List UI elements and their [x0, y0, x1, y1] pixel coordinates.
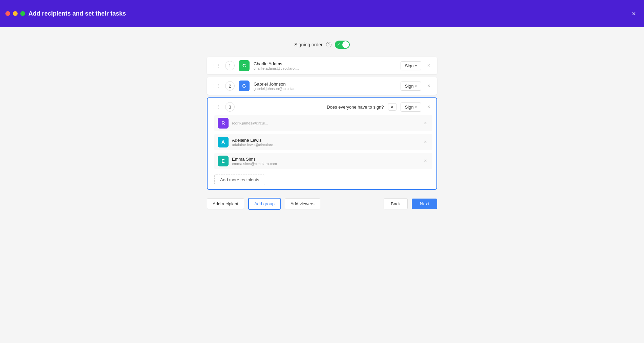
titlebar: Add recipients and set their tasks ×: [0, 0, 644, 27]
toggle-track[interactable]: ✓: [335, 41, 350, 49]
group-member-email-a: adalaine.lewis@circularo...: [232, 143, 418, 147]
group-member-row-r: R rodrik.james@circul... ×: [214, 115, 432, 131]
group-member-info-a: Adelaine Lewis adalaine.lewis@circularo.…: [232, 138, 418, 147]
recipient-info-1: Charlie Adams charlie.adams@circularo...…: [254, 61, 396, 70]
back-button[interactable]: Back: [384, 198, 408, 209]
add-viewers-button[interactable]: Add viewers: [285, 198, 320, 209]
dot-maximize[interactable]: [20, 11, 25, 16]
recipients-container: ⋮⋮ 1 C Charlie Adams charlie.adams@circu…: [207, 57, 437, 190]
help-icon[interactable]: ?: [326, 42, 331, 47]
remove-btn-1[interactable]: ×: [425, 62, 432, 69]
close-button[interactable]: ×: [632, 10, 636, 18]
dot-close[interactable]: [5, 11, 10, 16]
signing-order-toggle[interactable]: ✓: [335, 41, 350, 49]
recipient-row-2: ⋮⋮ 2 G Gabriel Johnson gabriel.johnson@c…: [207, 77, 437, 95]
sign-btn-1[interactable]: Sign ▾: [401, 61, 421, 70]
group-member-name-e: Emma Sims: [232, 157, 418, 162]
avatar-2: G: [239, 81, 250, 91]
drag-handle-1[interactable]: ⋮⋮: [212, 63, 221, 68]
recipient-name-2: Gabriel Johnson: [254, 82, 396, 87]
dialog-title: Add recipients and set their tasks: [28, 10, 126, 17]
remove-member-r[interactable]: ×: [422, 119, 429, 127]
avatar-e: E: [218, 156, 229, 166]
group-member-email-e: emma.sims@circularo.com: [232, 162, 418, 166]
step-number-2: 2: [225, 81, 235, 91]
clear-group-btn[interactable]: ×: [388, 103, 396, 111]
toggle-thumb: [342, 41, 349, 48]
footer-buttons: Add recipient Add group Add viewers Back…: [207, 198, 437, 210]
group-member-row-e: E Emma Sims emma.sims@circularo.com ×: [214, 153, 432, 169]
avatar-1: C: [239, 60, 250, 71]
group-member-info-r: rodrik.james@circul...: [232, 121, 418, 125]
remove-member-a[interactable]: ×: [422, 138, 429, 146]
next-button[interactable]: Next: [412, 199, 437, 209]
group-box: ⋮⋮ 3 Does everyone have to sign? × Sign …: [207, 97, 437, 190]
group-header: ⋮⋮ 3 Does everyone have to sign? × Sign …: [212, 102, 432, 112]
drag-handle-2[interactable]: ⋮⋮: [212, 83, 221, 89]
group-member-info-e: Emma Sims emma.sims@circularo.com: [232, 157, 418, 166]
sign-btn-2[interactable]: Sign ▾: [401, 82, 421, 91]
dot-minimize[interactable]: [13, 11, 18, 16]
add-more-recipients-btn[interactable]: Add more recipients: [214, 175, 265, 185]
group-question: Does everyone have to sign?: [239, 105, 384, 110]
recipient-name-1: Charlie Adams: [254, 61, 396, 66]
group-member-row-a: A Adelaine Lewis adalaine.lewis@circular…: [214, 134, 432, 150]
add-recipient-button[interactable]: Add recipient: [207, 198, 244, 209]
main-content: Signing order ? ✓ ⋮⋮ 1 C Charlie Adams c…: [0, 27, 644, 343]
step-number-1: 1: [225, 61, 235, 70]
group-member-email-r: rodrik.james@circul...: [232, 121, 418, 125]
sign-btn-group[interactable]: Sign ▾: [401, 102, 421, 112]
recipient-info-2: Gabriel Johnson gabriel.johnson@circular…: [254, 82, 396, 91]
step-number-group: 3: [225, 102, 235, 112]
chevron-down-icon-group: ▾: [415, 105, 417, 109]
recipient-email-1: charlie.adams@circularo....: [254, 66, 396, 70]
remove-btn-group[interactable]: ×: [425, 103, 432, 111]
window-controls: [5, 11, 25, 16]
remove-btn-2[interactable]: ×: [425, 82, 432, 90]
avatar-a: A: [218, 137, 229, 147]
group-member-name-a: Adelaine Lewis: [232, 138, 418, 143]
drag-handle-group[interactable]: ⋮⋮: [212, 104, 221, 110]
recipient-email-2: gabriel.johnson@circular....: [254, 87, 396, 91]
chevron-down-icon-2: ▾: [415, 84, 417, 88]
avatar-r: R: [218, 118, 229, 129]
add-group-button[interactable]: Add group: [248, 198, 281, 210]
recipient-row-1: ⋮⋮ 1 C Charlie Adams charlie.adams@circu…: [207, 57, 437, 74]
group-members: R rodrik.james@circul... × A Adelaine Le…: [212, 115, 432, 185]
toggle-check-icon: ✓: [337, 42, 340, 47]
signing-order-label: Signing order: [294, 42, 322, 47]
chevron-down-icon-1: ▾: [415, 64, 417, 68]
remove-member-e[interactable]: ×: [422, 157, 429, 165]
signing-order-row: Signing order ? ✓: [294, 41, 349, 49]
